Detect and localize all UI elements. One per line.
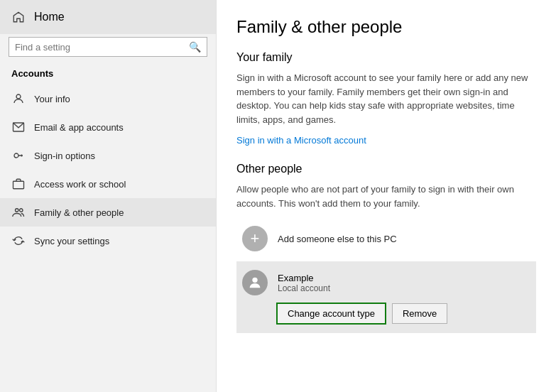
sidebar-item-label: Email & app accounts [34, 122, 124, 133]
your-family-description: Sign in with a Microsoft account to see … [236, 71, 536, 126]
svg-point-4 [16, 209, 19, 212]
sidebar-item-your-info[interactable]: Your info [0, 85, 216, 113]
person-icon [11, 92, 26, 106]
sync-icon [11, 234, 26, 248]
briefcase-icon [11, 177, 26, 191]
section-title: Accounts [0, 65, 216, 85]
user-name: Example [278, 273, 330, 283]
sidebar-item-email-app[interactable]: Email & app accounts [0, 113, 216, 141]
email-icon [11, 120, 26, 134]
sidebar-item-sync-settings[interactable]: Sync your settings [0, 227, 216, 255]
your-family-section: Your family Sign in with a Microsoft acc… [236, 51, 536, 160]
remove-button[interactable]: Remove [392, 303, 447, 324]
other-people-title: Other people [236, 163, 536, 175]
user-info: Example Local account [278, 273, 330, 293]
user-type: Local account [278, 283, 330, 293]
avatar-icon [247, 275, 263, 290]
sidebar-item-family-people[interactable]: Family & other people [0, 198, 216, 227]
search-input[interactable] [15, 42, 189, 53]
your-family-title: Your family [236, 51, 536, 64]
search-icon: 🔍 [189, 41, 201, 53]
other-people-section: Other people Allow people who are not pa… [236, 163, 536, 333]
svg-point-5 [20, 209, 23, 212]
home-icon [11, 10, 26, 24]
sidebar: Home 🔍 Accounts Your info Email & app ac… [0, 0, 217, 392]
sidebar-home-button[interactable]: Home [0, 0, 216, 34]
sidebar-item-label: Family & other people [34, 207, 124, 218]
ms-account-link[interactable]: Sign in with a Microsoft account [236, 135, 366, 146]
sidebar-item-label: Access work or school [34, 179, 126, 190]
page-title: Family & other people [236, 17, 536, 37]
sidebar-item-sign-in[interactable]: Sign-in options [0, 141, 216, 170]
user-row: Example Local account Change account typ… [236, 261, 536, 333]
home-label: Home [34, 11, 65, 23]
other-people-description: Allow people who are not part of your fa… [236, 183, 536, 210]
plus-icon: + [242, 226, 268, 251]
svg-rect-3 [13, 181, 24, 189]
sidebar-item-label: Sign-in options [34, 151, 95, 161]
sidebar-item-work-school[interactable]: Access work or school [0, 170, 216, 198]
key-icon [11, 148, 26, 163]
change-account-type-button[interactable]: Change account type [276, 303, 386, 325]
user-actions: Change account type Remove [236, 303, 536, 333]
avatar [242, 270, 268, 295]
add-someone-row[interactable]: + Add someone else to this PC [236, 217, 536, 260]
add-someone-label: Add someone else to this PC [278, 234, 397, 244]
user-row-top: Example Local account [236, 261, 536, 303]
sidebar-item-label: Your info [34, 94, 70, 104]
main-content: Family & other people Your family Sign i… [217, 0, 556, 392]
svg-point-6 [252, 278, 257, 283]
people-icon [11, 205, 26, 219]
search-box[interactable]: 🔍 [9, 37, 207, 57]
svg-point-2 [14, 153, 18, 158]
sidebar-item-label: Sync your settings [34, 236, 109, 246]
svg-point-0 [16, 94, 21, 99]
